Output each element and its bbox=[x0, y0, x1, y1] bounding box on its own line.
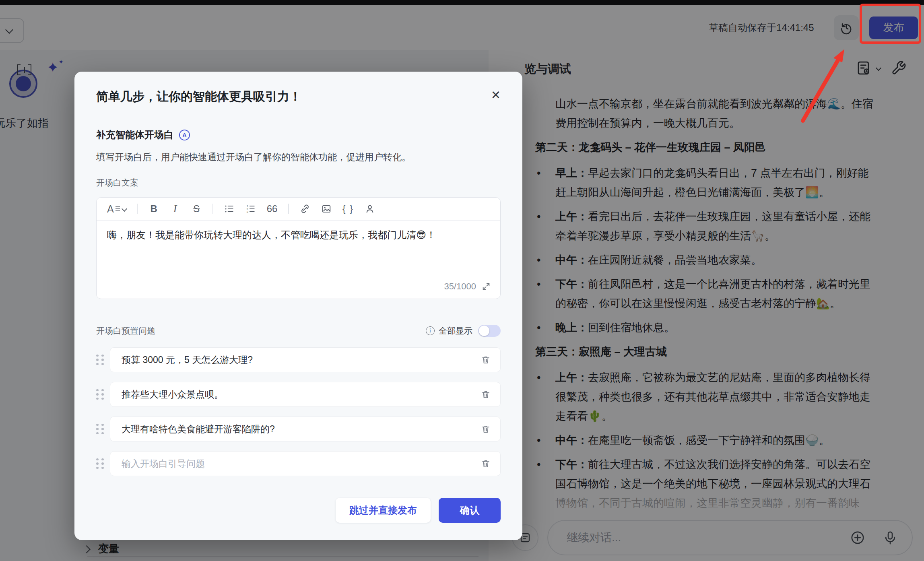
close-icon[interactable]: ✕ bbox=[491, 89, 501, 101]
circled-a-badge-icon: A bbox=[179, 130, 190, 140]
drag-handle-icon[interactable] bbox=[96, 424, 104, 435]
preset-question-input[interactable]: 预算 3000 元，5 天怎么游大理? bbox=[110, 347, 501, 372]
preset-question-text: 大理有啥特色美食能避开游客陷阱的? bbox=[122, 423, 275, 435]
expand-icon[interactable] bbox=[482, 282, 491, 291]
section-description: 填写开场白后，用户能快速通过开场白了解你的智能体功能，促进用户转化。 bbox=[96, 151, 501, 163]
editor-label: 开场白文案 bbox=[96, 177, 501, 188]
quote-icon[interactable]: 66 bbox=[267, 203, 278, 214]
preset-question-text: 输入开场白引导问题 bbox=[122, 458, 205, 470]
image-icon[interactable] bbox=[321, 204, 332, 214]
modal-title: 简单几步，让你的智能体更具吸引力！ bbox=[96, 89, 301, 105]
code-braces-icon[interactable]: { } bbox=[342, 204, 354, 214]
delete-question-icon[interactable] bbox=[481, 390, 491, 399]
info-icon: i bbox=[426, 326, 435, 335]
drag-handle-icon[interactable] bbox=[96, 458, 104, 469]
toggle-knob bbox=[479, 326, 489, 336]
skip-and-publish-button[interactable]: 跳过并直接发布 bbox=[336, 498, 431, 523]
editor-textarea[interactable]: 嗨，朋友！我是能带你玩转大理的达人，不管吃喝还是玩乐，我都门儿清😎！ 35/10… bbox=[97, 221, 500, 298]
section-heading: 补充智能体开场白 bbox=[96, 128, 173, 141]
preset-question-row: 输入开场白引导问题 bbox=[96, 451, 501, 476]
preset-question-text: 预算 3000 元，5 天怎么游大理? bbox=[122, 354, 253, 366]
preset-question-input[interactable]: 推荐些大理小众景点呗。 bbox=[110, 382, 501, 407]
link-icon[interactable] bbox=[300, 204, 310, 214]
preset-question-row: 推荐些大理小众景点呗。 bbox=[96, 382, 501, 407]
preset-question-list: 预算 3000 元，5 天怎么游大理? 推荐些大理小众景点呗。 大理有啥特色美食… bbox=[96, 347, 501, 476]
editor-content: 嗨，朋友！我是能带你玩转大理的达人，不管吃喝还是玩乐，我都门儿清😎！ bbox=[107, 229, 436, 240]
annotation-highlight-box bbox=[860, 4, 921, 44]
show-all-toggle[interactable] bbox=[478, 325, 501, 337]
delete-question-icon[interactable] bbox=[481, 459, 491, 468]
show-all-label: 全部显示 bbox=[439, 325, 472, 336]
ordered-list-icon[interactable]: 123 bbox=[245, 204, 256, 214]
bullet-list-icon[interactable] bbox=[224, 204, 235, 214]
text-style-icon[interactable]: A bbox=[107, 203, 126, 215]
opening-editor: ABIS12366{ } 嗨，朋友！我是能带你玩转大理的达人，不管吃喝还是玩乐，… bbox=[96, 197, 501, 299]
preset-question-input[interactable]: 输入开场白引导问题 bbox=[110, 451, 501, 476]
italic-icon[interactable]: I bbox=[170, 203, 180, 215]
bold-icon[interactable]: B bbox=[148, 203, 159, 214]
strikethrough-icon[interactable]: S bbox=[191, 203, 202, 214]
preset-question-text: 推荐些大理小众景点呗。 bbox=[122, 388, 223, 401]
char-count: 35/1000 bbox=[444, 281, 476, 292]
drag-handle-icon[interactable] bbox=[96, 389, 104, 400]
editor-counter: 35/1000 bbox=[444, 281, 491, 292]
mention-user-icon[interactable] bbox=[365, 204, 375, 214]
preset-question-input[interactable]: 大理有啥特色美食能避开游客陷阱的? bbox=[110, 417, 501, 441]
onboarding-modal: 简单几步，让你的智能体更具吸引力！ ✕ 补充智能体开场白 A 填写开场白后，用户… bbox=[74, 72, 522, 540]
drag-handle-icon[interactable] bbox=[96, 355, 104, 365]
delete-question-icon[interactable] bbox=[481, 355, 491, 365]
confirm-button[interactable]: 确认 bbox=[439, 498, 501, 523]
toolbar-divider bbox=[288, 204, 289, 214]
questions-label: 开场白预置问题 bbox=[96, 325, 155, 336]
preset-question-row: 预算 3000 元，5 天怎么游大理? bbox=[96, 347, 501, 372]
annotation-arrow bbox=[785, 38, 857, 135]
editor-toolbar: ABIS12366{ } bbox=[97, 198, 500, 221]
svg-text:3: 3 bbox=[246, 210, 248, 214]
preset-question-row: 大理有啥特色美食能避开游客陷阱的? bbox=[96, 417, 501, 441]
toolbar-divider bbox=[137, 204, 138, 214]
toolbar-divider bbox=[212, 204, 213, 214]
delete-question-icon[interactable] bbox=[481, 424, 491, 434]
app-root: 草稿自动保存于14:41:45 发布 ✦ 玩乐了如指 变量 览与调试 bbox=[0, 0, 924, 561]
